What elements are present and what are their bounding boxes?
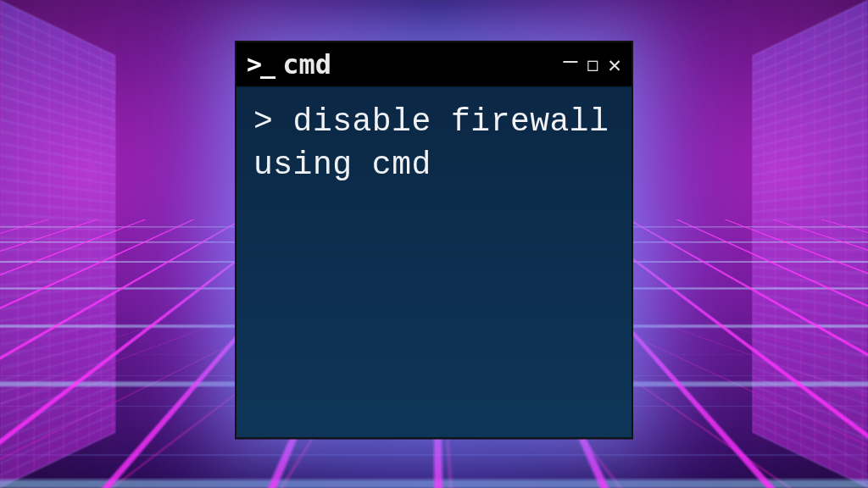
titlebar[interactable]: >_ cmd – □ ✕ [236,42,632,86]
bg-panel-right [752,0,868,488]
window-title: cmd [282,48,554,80]
bg-panel-left [0,0,116,488]
terminal-body[interactable]: > disable firewall using cmd [236,86,632,437]
command-text: disable firewall using cmd [253,103,609,183]
close-button[interactable]: ✕ [608,53,621,75]
terminal-window: >_ cmd – □ ✕ > disable firewall using cm… [235,41,633,439]
terminal-prompt-icon: >_ [247,52,274,77]
prompt-symbol: > [253,103,293,140]
command-line: > disable firewall using cmd [253,100,615,187]
window-controls: – □ ✕ [563,53,621,76]
maximize-button[interactable]: □ [587,56,598,73]
minimize-button[interactable]: – [563,49,577,73]
